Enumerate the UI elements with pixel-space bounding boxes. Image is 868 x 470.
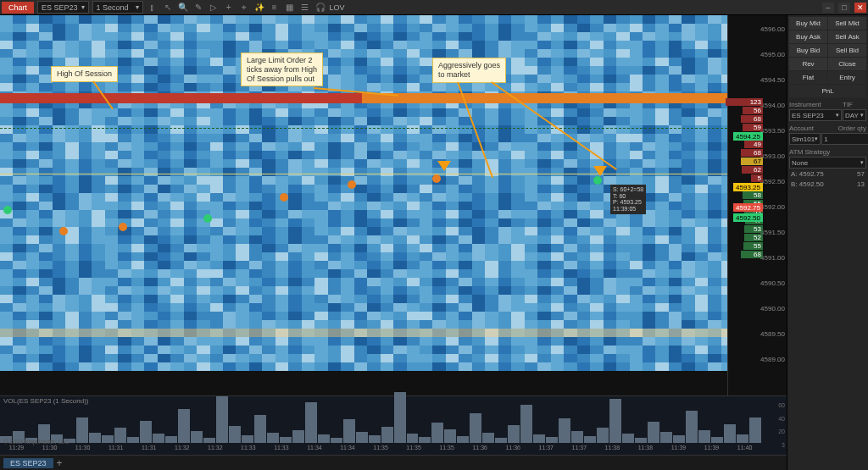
draw-icon[interactable]: ✎: [192, 2, 204, 14]
cursor-icon[interactable]: ↖: [162, 2, 174, 14]
instrument-value: ES SEP23: [42, 3, 78, 12]
volume-bar: [76, 417, 88, 443]
interval-select[interactable]: 1 Second: [92, 1, 143, 14]
vol-ytick: 20: [778, 429, 785, 434]
lov-label: LOV: [330, 3, 345, 12]
buy-ask-button[interactable]: Buy Ask: [789, 30, 827, 43]
price-dot: [203, 214, 212, 223]
price-axis[interactable]: 4596.004595.004594.504594.004593.504593.…: [727, 15, 787, 395]
zoom-icon[interactable]: 🔍: [177, 2, 189, 14]
chart-tab[interactable]: Chart: [2, 2, 34, 14]
copyright-text: © 2023 NinjaTrader, LLC: [3, 439, 69, 445]
order-panel: Buy MktSell Mkt Buy AskSell Ask Buy BidS…: [787, 15, 868, 470]
heatmap-row: [0, 15, 787, 24]
heatmap-row: [0, 362, 787, 371]
minimize-button[interactable]: –: [822, 3, 834, 13]
list-icon[interactable]: ☰: [299, 2, 311, 14]
bid-quote: B: 4592.5013: [789, 180, 866, 189]
wand-icon[interactable]: ✨: [253, 2, 265, 14]
close-button[interactable]: ✕: [854, 3, 866, 13]
atm-select[interactable]: None: [789, 157, 866, 169]
price-dot: [3, 206, 12, 214]
callout-large-limit: Large Limit Order 2 ticks away from High…: [241, 53, 323, 86]
sell-bid-button[interactable]: Sell Bid: [828, 44, 866, 57]
volume-bar: [431, 423, 443, 443]
time-tick: 11:31: [99, 445, 132, 455]
volume-panel[interactable]: VOL(ES SEP23 (1 Second)) 6040203 © 2023 …: [0, 395, 787, 455]
bars-icon[interactable]: ⫿: [147, 2, 159, 14]
heatmap[interactable]: High Of Session Large Limit Order 2 tick…: [0, 15, 787, 395]
time-tick: 11:32: [198, 445, 231, 455]
heatmap-row: [0, 41, 787, 49]
crosshair-icon[interactable]: +: [223, 2, 235, 14]
sell-ask-button[interactable]: Sell Ask: [828, 30, 866, 43]
time-tick: 11:32: [165, 445, 198, 455]
ruler-icon[interactable]: ≡: [269, 2, 281, 14]
entry-button[interactable]: Entry: [828, 71, 866, 84]
depth-bar: 53: [744, 225, 763, 233]
bottom-tab[interactable]: ES SEP23: [3, 458, 53, 468]
chart-area[interactable]: High Of Session Large Limit Order 2 tick…: [0, 15, 787, 470]
price-label: 4589.00: [760, 356, 785, 363]
heatmap-row: [0, 312, 787, 320]
volume-bar: [609, 399, 621, 443]
volume-bar: [419, 437, 431, 443]
heatmap-row: [0, 193, 787, 202]
volume-bar: [305, 402, 317, 443]
depth-bar: 68: [741, 115, 763, 123]
grid-icon[interactable]: ▦: [284, 2, 296, 14]
time-tick: 11:37: [563, 445, 596, 455]
rev-button[interactable]: Rev: [789, 58, 827, 70]
bid-label: B:: [791, 180, 798, 188]
buy-mkt-button[interactable]: Buy Mkt: [789, 17, 827, 30]
volume-bar: [280, 437, 292, 443]
time-tick: 11:38: [629, 445, 662, 455]
volume-bar: [242, 435, 253, 443]
instrument-field-value: ES SEP23: [792, 112, 824, 119]
headphones-icon[interactable]: 🎧: [314, 2, 326, 14]
add-tab-button[interactable]: +: [57, 457, 63, 469]
depth-bar: 58: [743, 191, 763, 199]
price-dot: [432, 174, 441, 183]
close-pos-button[interactable]: Close: [828, 58, 866, 70]
sell-mkt-button[interactable]: Sell Mkt: [828, 17, 866, 30]
bid-size: 13: [857, 180, 865, 188]
bid-price: 4592.50: [799, 180, 824, 188]
volume-bar: [686, 411, 698, 443]
instrument-select[interactable]: ES SEP23: [37, 1, 89, 14]
account-select[interactable]: Sim101: [789, 133, 821, 145]
volume-bar: [508, 425, 520, 443]
volume-bar: [673, 435, 685, 443]
tif-select[interactable]: DAY: [843, 109, 866, 121]
volume-bar: [444, 429, 456, 443]
pnl-button[interactable]: PnL: [789, 85, 866, 97]
volume-bar: [381, 427, 393, 443]
flat-button[interactable]: Flat: [789, 71, 827, 84]
instrument-field[interactable]: ES SEP23: [789, 109, 842, 121]
volume-bar: [369, 435, 381, 443]
heatmap-row: [0, 49, 787, 58]
time-tick: 11:33: [231, 445, 264, 455]
ask-size: 57: [857, 170, 865, 178]
buy-bid-button[interactable]: Buy Bid: [789, 44, 827, 57]
price-label: 4593.00: [760, 152, 785, 160]
qty-input[interactable]: [821, 133, 868, 145]
depth-bar: 52: [744, 234, 763, 241]
volume-bar: [203, 438, 215, 443]
time-tick: 11:38: [596, 445, 629, 455]
volume-y-axis: 6040203: [765, 405, 785, 445]
volume-bar: [457, 436, 469, 443]
volume-bar: [737, 434, 748, 443]
pointer-icon[interactable]: ▷: [208, 2, 220, 14]
volume-bar: [495, 438, 507, 443]
volume-bar: [648, 422, 659, 443]
price-label: 4589.50: [760, 330, 785, 338]
volume-title: VOL(ES SEP23 (1 Second)): [3, 397, 89, 405]
maximize-button[interactable]: □: [838, 3, 850, 13]
volume-bar: [267, 433, 279, 443]
volume-bar: [533, 434, 545, 443]
snap-icon[interactable]: ⌖: [238, 2, 250, 14]
depth-bar: 123: [726, 98, 763, 106]
vol-ytick: 60: [778, 402, 785, 408]
depth-bar: 55: [743, 242, 763, 250]
